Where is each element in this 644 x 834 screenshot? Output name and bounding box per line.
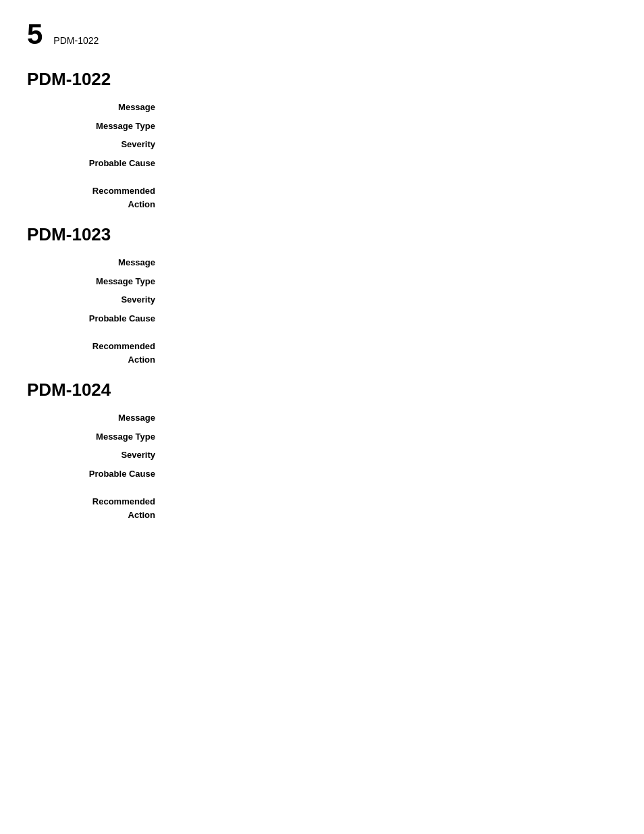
- field-value-pdm-1024-1: [169, 430, 617, 444]
- field-value-pdm-1022-0: [169, 101, 617, 114]
- field-value-pdm-1022-2: [169, 138, 617, 151]
- field-value-pdm-1024-3: [169, 467, 617, 481]
- field-row-pdm-1023-2: Severity: [27, 293, 617, 307]
- field-value-pdm-1023-3: [169, 312, 617, 325]
- field-row-pdm-1022-2: Severity: [27, 138, 617, 151]
- field-row-pdm-1023-1: Message Type: [27, 275, 617, 288]
- field-label-pdm-1023-0: Message: [27, 256, 169, 269]
- field-label-pdm-1022-2: Severity: [27, 138, 169, 151]
- field-label-pdm-1023-3: Probable Cause: [27, 312, 169, 325]
- field-row-pdm-1022-3: Probable Cause: [27, 157, 617, 170]
- field-label-pdm-1024-0: Message: [27, 411, 169, 425]
- field-row-pdm-1024-3: Probable Cause: [27, 467, 617, 481]
- field-row-pdm-1024-0: Message: [27, 411, 617, 425]
- field-value-pdm-1022-3: [169, 157, 617, 170]
- field-row-pdm-1024-2: Severity: [27, 448, 617, 462]
- field-value-pdm-1023-0: [169, 256, 617, 269]
- field-label-pdm-1023-4: RecommendedAction: [27, 338, 169, 366]
- field-value-pdm-1023-1: [169, 275, 617, 288]
- page-header-title: PDM-1022: [53, 35, 99, 46]
- entry-title-pdm-1024: PDM-1024: [27, 380, 617, 400]
- field-value-pdm-1024-2: [169, 448, 617, 462]
- field-row-pdm-1023-3: Probable Cause: [27, 312, 617, 325]
- entry-pdm-1022: PDM-1022MessageMessage TypeSeverityProba…: [27, 69, 617, 211]
- field-label-pdm-1024-2: Severity: [27, 448, 169, 462]
- field-label-pdm-1024-3: Probable Cause: [27, 467, 169, 481]
- field-row-pdm-1024-4: RecommendedAction: [27, 494, 617, 521]
- field-label-pdm-1022-4: RecommendedAction: [27, 183, 169, 211]
- field-value-pdm-1022-1: [169, 120, 617, 133]
- entry-pdm-1024: PDM-1024MessageMessage TypeSeverityProba…: [27, 380, 617, 521]
- field-row-pdm-1022-1: Message Type: [27, 120, 617, 133]
- field-label-pdm-1023-1: Message Type: [27, 275, 169, 288]
- field-row-pdm-1023-4: RecommendedAction: [27, 338, 617, 366]
- field-label-pdm-1022-1: Message Type: [27, 120, 169, 133]
- field-value-pdm-1024-0: [169, 411, 617, 425]
- field-value-pdm-1022-4: [169, 183, 617, 211]
- field-value-pdm-1024-4: [169, 494, 617, 521]
- field-row-pdm-1024-1: Message Type: [27, 430, 617, 444]
- field-label-pdm-1023-2: Severity: [27, 293, 169, 307]
- entry-title-pdm-1023: PDM-1023: [27, 224, 617, 245]
- field-row-pdm-1022-4: RecommendedAction: [27, 183, 617, 211]
- field-label-pdm-1024-4: RecommendedAction: [27, 494, 169, 521]
- field-label-pdm-1022-3: Probable Cause: [27, 157, 169, 170]
- field-row-pdm-1022-0: Message: [27, 101, 617, 114]
- field-value-pdm-1023-2: [169, 293, 617, 307]
- field-label-pdm-1024-1: Message Type: [27, 430, 169, 444]
- field-label-pdm-1022-0: Message: [27, 101, 169, 114]
- entry-title-pdm-1022: PDM-1022: [27, 69, 617, 90]
- field-value-pdm-1023-4: [169, 338, 617, 366]
- page-number: 5: [27, 20, 43, 49]
- field-row-pdm-1023-0: Message: [27, 256, 617, 269]
- entry-pdm-1023: PDM-1023MessageMessage TypeSeverityProba…: [27, 224, 617, 366]
